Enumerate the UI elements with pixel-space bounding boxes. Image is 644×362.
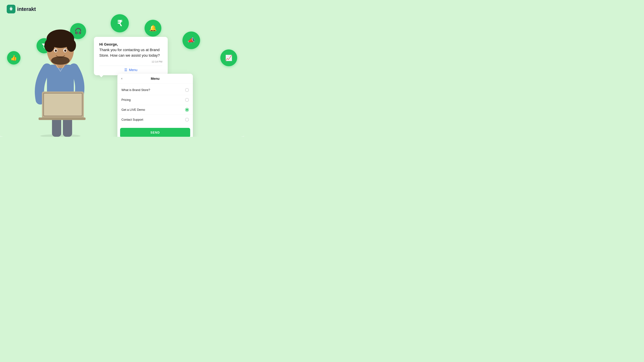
radio-live-demo[interactable]: [185, 108, 189, 112]
svg-rect-12: [38, 117, 86, 120]
chat-greeting: Hi George,: [99, 42, 118, 46]
rupee-bubble: ₹: [111, 14, 129, 32]
logo-icon: [7, 5, 16, 13]
svg-point-1: [10, 10, 11, 10]
bell-icon: 🔔: [149, 25, 157, 32]
svg-point-22: [51, 56, 70, 65]
menu-item-label: Contact Support: [122, 118, 143, 121]
chart-bubble: 📈: [220, 49, 237, 66]
menu-list-icon: ☰: [124, 68, 127, 72]
logo-text: interakt: [17, 6, 36, 12]
svg-point-16: [44, 39, 54, 52]
thumbs-up-bubble: 👍: [7, 51, 20, 64]
chat-timestamp: 12:14 PM: [99, 60, 162, 63]
radio-pricing[interactable]: [185, 98, 189, 102]
rupee-icon: ₹: [117, 18, 122, 28]
svg-point-2: [12, 10, 12, 10]
menu-item-pricing[interactable]: Pricing: [118, 95, 193, 105]
person-image: [25, 19, 96, 137]
chat-body: Thank you for contacting us at Brand Sto…: [99, 48, 160, 57]
menu-header: × Menu: [118, 74, 193, 84]
menu-link-label: Menu: [129, 68, 137, 72]
chat-bubble: Hi George, Thank you for contacting us a…: [94, 37, 168, 75]
megaphone-bubble: 📣: [182, 31, 200, 49]
svg-point-21: [64, 49, 66, 52]
menu-item-label: Get a LIVE Demo: [122, 108, 145, 112]
menu-item-label: Pricing: [122, 98, 131, 102]
menu-item-brand-store[interactable]: What is Brand Store?: [118, 85, 193, 95]
chat-menu-trigger[interactable]: ☰ Menu: [99, 68, 162, 72]
send-button[interactable]: SEND: [120, 128, 190, 137]
svg-point-20: [55, 49, 57, 52]
menu-item-contact-support[interactable]: Contact Support: [118, 115, 193, 124]
menu-card: × Menu What is Brand Store? Pricing Get …: [118, 74, 193, 137]
menu-item-live-demo[interactable]: Get a LIVE Demo: [118, 105, 193, 115]
svg-rect-11: [44, 93, 82, 116]
close-button[interactable]: ×: [121, 77, 123, 81]
chart-icon: 📈: [225, 54, 232, 61]
menu-title: Menu: [151, 77, 160, 81]
radio-what-is-brand-store[interactable]: [185, 88, 189, 92]
menu-items-list: What is Brand Store? Pricing Get a LIVE …: [118, 84, 193, 126]
chat-divider: [99, 66, 162, 66]
radio-contact-support[interactable]: [185, 118, 189, 121]
chat-message: Hi George, Thank you for contacting us a…: [99, 41, 162, 58]
logo: interakt: [7, 5, 36, 13]
menu-item-label: What is Brand Store?: [122, 88, 150, 92]
megaphone-icon: 📣: [188, 37, 195, 44]
svg-point-17: [66, 39, 76, 52]
bell-bubble: 🔔: [144, 20, 161, 36]
thumbs-up-icon: 👍: [10, 55, 17, 61]
